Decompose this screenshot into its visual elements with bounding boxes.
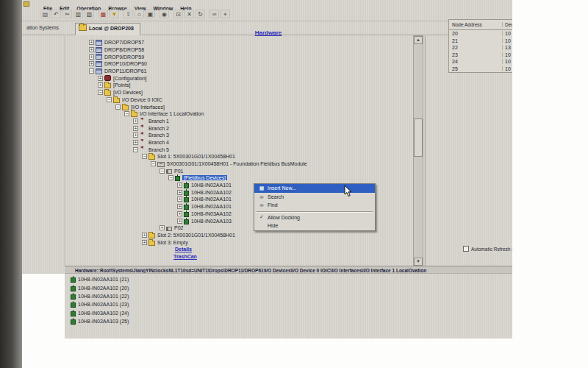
tree-scrollbar[interactable]: ▲ ▼ — [413, 35, 423, 266]
refresh-button[interactable]: ↻ — [196, 10, 205, 18]
folder-open-button[interactable]: ⌂ — [135, 10, 144, 18]
tab-local-drop[interactable]: Local @ DROP208 — [75, 23, 140, 35]
tree-node[interactable]: +DROP9/DROP59 — [65, 53, 425, 60]
toolbar-separator — [120, 8, 123, 17]
expand-toggle[interactable]: + — [133, 132, 138, 138]
camera-button[interactable]: ◉ — [159, 10, 169, 18]
scroll-down-icon[interactable]: ▼ — [414, 258, 423, 266]
scrollbar-thumb[interactable] — [414, 118, 423, 157]
tree-node[interactable]: −[Fieldbus Devices] — [65, 174, 425, 182]
tree-node[interactable]: +Branch 2 — [65, 124, 425, 132]
expand-toggle[interactable]: − — [159, 169, 165, 174]
menu-item-allow-docking[interactable]: ✓Allow Docking — [254, 213, 375, 222]
expand-toggle[interactable]: + — [133, 118, 138, 124]
filter-funnel-button[interactable]: ▼ — [110, 10, 119, 18]
menu-item-find[interactable]: ∞Find — [254, 201, 375, 210]
table-row[interactable]: 2010 — [449, 30, 512, 38]
expand-toggle[interactable]: − — [124, 111, 129, 116]
tree-node[interactable]: +Slot 2: 5X00301G01/1X00458H01 — [65, 232, 425, 239]
expand-toggle[interactable]: + — [177, 183, 182, 188]
tree-node[interactable]: −DROP11/DROP61 — [65, 68, 425, 75]
tree-node[interactable]: −I/O Interface 1 LocalOvation — [65, 110, 425, 118]
table-row[interactable]: 2410 — [449, 58, 512, 66]
expand-toggle[interactable]: + — [177, 211, 182, 216]
list-item[interactable]: 10H8-IN02AA101 (21) — [65, 275, 512, 283]
folder-up-button[interactable]: ⇧ — [123, 10, 133, 18]
tree-node[interactable]: +[Points] — [65, 82, 425, 89]
expand-toggle[interactable]: − — [142, 154, 147, 159]
expand-toggle[interactable]: − — [89, 68, 94, 74]
tree-node[interactable]: −[I/O Devices] — [65, 89, 425, 96]
table-row[interactable]: 2310 — [449, 52, 512, 59]
tree-node[interactable]: −P01 — [65, 167, 425, 174]
list-item[interactable]: 10H8-IN03AA102 (24) — [65, 309, 512, 317]
menu-item-search[interactable]: ∞Search — [254, 193, 375, 202]
binoculars-button[interactable]: ∞ — [209, 10, 219, 18]
node-address-cell: 20 — [449, 31, 503, 36]
tree-node[interactable]: +Branch 4 — [65, 139, 425, 146]
expand-toggle[interactable]: + — [177, 204, 182, 209]
tree-node[interactable]: −[I/O Interfaces] — [65, 103, 425, 110]
delete-button[interactable]: ✕ — [184, 10, 194, 18]
tree-node-label: Slot 3: Empty — [157, 240, 188, 245]
tree-node[interactable]: −Branch 5 — [65, 146, 425, 153]
tree-node[interactable]: +DROP10/DROP60 — [65, 60, 425, 68]
menu-item-insert-new[interactable]: ▦Insert New... — [254, 184, 375, 193]
menu-item-hide[interactable]: Hide — [254, 222, 375, 230]
expand-toggle[interactable]: + — [133, 126, 138, 131]
expand-toggle[interactable]: + — [133, 140, 138, 145]
copy-button[interactable]: ▥ — [74, 10, 83, 18]
expand-toggle[interactable]: − — [107, 97, 112, 102]
tree-node[interactable]: +[Configuration] — [65, 74, 425, 82]
expand-toggle[interactable]: − — [115, 105, 121, 110]
scroll-up-icon[interactable]: ▲ — [414, 36, 423, 44]
table-row[interactable]: 2110 — [449, 38, 512, 45]
expand-toggle[interactable]: − — [151, 161, 156, 166]
bottom-panel-header[interactable]: Hardware::Root\Systems\JiangYINclocksNL1… — [65, 266, 512, 274]
details-link[interactable]: Details — [65, 246, 425, 253]
expand-toggle[interactable]: + — [89, 47, 94, 52]
expand-toggle[interactable]: + — [98, 82, 103, 88]
color-grid-button[interactable]: ▦ — [98, 10, 108, 18]
tree-node[interactable]: +Slot 3: Empty — [65, 238, 425, 246]
expand-toggle[interactable]: + — [177, 197, 182, 202]
expand-toggle[interactable]: + — [98, 76, 103, 81]
node-address-header: Node Address — [449, 22, 503, 27]
tree-node[interactable]: +DROP8/DROP58 — [65, 46, 425, 54]
trashcan-link[interactable]: TrashCan — [65, 253, 425, 261]
tree-node-label: DROP11/DROP61 — [104, 68, 146, 74]
auto-refresh-checkbox[interactable] — [463, 246, 469, 252]
list-item[interactable]: 10H8-IN02AA102 (20) — [65, 283, 512, 291]
expand-toggle[interactable]: − — [133, 147, 138, 152]
menu-item-label: Hide — [268, 223, 278, 228]
tree-node[interactable]: +Branch 3 — [65, 132, 425, 139]
tree-node[interactable]: +DROP7/DROP57 — [65, 39, 425, 46]
expand-toggle[interactable]: + — [142, 233, 147, 238]
systems-pane-label[interactable]: ation Systems — [26, 25, 59, 30]
print-button[interactable]: ▤ — [40, 10, 50, 18]
expand-toggle[interactable]: + — [159, 225, 165, 230]
paste-button[interactable]: ▧ — [85, 10, 94, 18]
list-item[interactable]: 10H8-IN02AA101 (22) — [65, 292, 512, 300]
expand-toggle[interactable]: + — [89, 40, 94, 45]
table-row[interactable]: 2213 — [449, 44, 512, 52]
table-row[interactable]: 2510 — [449, 66, 512, 73]
tree-node[interactable]: +Branch 1 — [65, 118, 425, 125]
clipboard-button[interactable]: ▣ — [146, 10, 155, 18]
tree-node[interactable]: −Slot 1: 5X00301G01/1X00458H01 — [65, 153, 425, 160]
expand-toggle[interactable]: − — [98, 90, 103, 95]
flashlight-button[interactable]: ⌖ — [220, 10, 230, 18]
expand-toggle[interactable]: − — [168, 175, 173, 180]
list-item[interactable]: 10H8-IN02AA101 (23) — [65, 300, 512, 308]
undo-button[interactable]: ↶ — [51, 10, 61, 18]
expand-toggle[interactable]: + — [177, 190, 182, 195]
cut-button[interactable]: ✂ — [62, 10, 72, 18]
expand-toggle[interactable]: + — [177, 219, 182, 224]
list-item[interactable]: 10H8-IN02AA103 (25) — [65, 317, 512, 325]
tree-node[interactable]: −I/O Device 0 IOIC — [65, 96, 425, 104]
expand-toggle[interactable]: + — [142, 240, 147, 245]
expand-toggle[interactable]: + — [89, 61, 94, 66]
tree-node[interactable]: −5X00301G01/1X00458H01 - Foundation Fiel… — [65, 160, 425, 168]
select-button[interactable]: ⊡ — [173, 10, 183, 18]
expand-toggle[interactable]: + — [89, 54, 94, 60]
